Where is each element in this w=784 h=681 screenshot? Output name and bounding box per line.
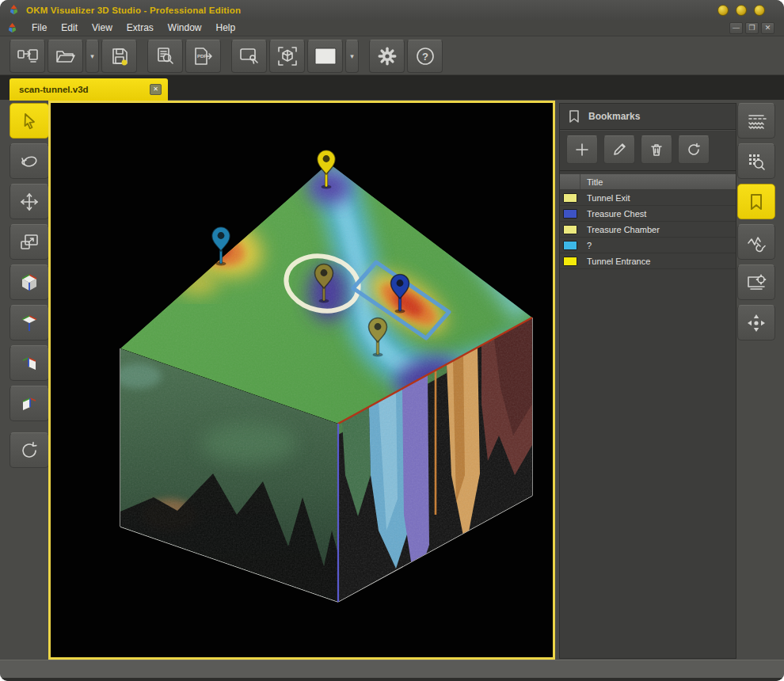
menu-help[interactable]: Help xyxy=(209,21,243,35)
select-tool-button[interactable] xyxy=(10,103,49,139)
help-button[interactable]: ? xyxy=(407,40,443,73)
status-strip xyxy=(0,660,784,678)
settings-button[interactable] xyxy=(369,40,405,73)
bookmarks-header: Bookmarks xyxy=(560,104,736,130)
rotate-tool-button[interactable] xyxy=(10,143,49,179)
report-preview-button[interactable] xyxy=(147,40,183,73)
fit-view-cube-icon xyxy=(277,46,298,67)
bookmark-row[interactable]: ? xyxy=(560,238,736,253)
dropdown-arrow-icon: ▾ xyxy=(350,52,354,60)
plane-side-right-icon xyxy=(19,353,40,374)
bookmark-add-button[interactable] xyxy=(566,135,598,164)
pan-tool-button[interactable] xyxy=(10,184,49,219)
window-minimize-button[interactable] xyxy=(717,5,729,16)
navigate-cross-icon xyxy=(746,313,767,333)
window-maximize-button[interactable] xyxy=(736,5,747,16)
reset-rotation-button[interactable] xyxy=(10,432,49,468)
depth-slices-button[interactable] xyxy=(737,103,775,139)
main-toolbar: ▾ xyxy=(0,37,784,74)
bookmark-row[interactable]: Treasure Chest xyxy=(560,206,736,222)
bookmarks-rail-button[interactable] xyxy=(737,184,775,219)
open-file-dropdown[interactable]: ▾ xyxy=(86,40,99,73)
menu-file[interactable]: File xyxy=(25,21,54,35)
bookmarks-toolbar xyxy=(560,130,736,171)
tab-label: scan-tunnel.v3d xyxy=(19,85,150,94)
grid-search-icon xyxy=(746,151,767,172)
zoom-window-icon xyxy=(19,233,40,252)
bookmark-row[interactable]: Treasure Chamber xyxy=(560,222,736,238)
menu-bar: File Edit View Extras Window Help — ❐ ✕ xyxy=(0,20,784,36)
menu-window[interactable]: Window xyxy=(161,21,209,35)
bookmark-icon xyxy=(568,109,580,124)
app-window: OKM Visualizer 3D Studio - Professional … xyxy=(0,0,784,681)
pan-arrows-icon xyxy=(19,192,40,212)
save-button[interactable] xyxy=(101,40,137,73)
gear-icon xyxy=(377,46,398,67)
reset-rotation-icon xyxy=(19,440,40,461)
import-scan-button[interactable] xyxy=(10,40,45,73)
import-scan-icon xyxy=(17,48,38,65)
pencil-icon xyxy=(611,142,627,158)
bookmark-delete-button[interactable] xyxy=(641,135,672,164)
bookmark-title: Treasure Chamber xyxy=(580,225,660,234)
window-close-button[interactable] xyxy=(754,5,765,16)
save-icon xyxy=(110,47,129,66)
menu-extras[interactable]: Extras xyxy=(120,21,161,35)
right-tool-rail xyxy=(737,103,775,345)
title-bar: OKM Visualizer 3D Studio - Professional … xyxy=(0,0,784,20)
open-file-button[interactable] xyxy=(48,40,83,73)
zoom-tool-button[interactable] xyxy=(10,224,49,260)
open-folder-icon xyxy=(55,48,76,64)
title-column-header[interactable]: Title xyxy=(580,177,603,187)
inspect-values-button[interactable] xyxy=(737,143,775,179)
background-color-dropdown[interactable]: ▾ xyxy=(345,40,359,73)
cursor-icon xyxy=(21,112,38,130)
view-side-left-button[interactable] xyxy=(10,386,49,421)
bookmark-row[interactable]: Tunnel Exit xyxy=(560,190,736,206)
bookmark-color-swatch xyxy=(563,209,577,219)
signal-filter-button[interactable] xyxy=(737,224,775,260)
svg-text:PDF: PDF xyxy=(197,54,207,59)
plus-icon xyxy=(574,142,590,158)
screenshot-button[interactable] xyxy=(231,40,267,73)
fit-view-button[interactable] xyxy=(269,40,305,73)
tab-close-button[interactable]: ✕ xyxy=(150,84,162,95)
help-icon: ? xyxy=(415,46,436,67)
bookmark-edit-button[interactable] xyxy=(603,135,635,164)
export-pdf-button[interactable]: PDF xyxy=(185,40,221,73)
navigator-button[interactable] xyxy=(737,305,775,340)
tab-bar: scan-tunnel.v3d ✕ xyxy=(0,74,784,100)
window-bottom-edge xyxy=(0,678,784,681)
viewport-3d[interactable] xyxy=(48,101,555,660)
tab-scan-tunnel[interactable]: scan-tunnel.v3d ✕ xyxy=(10,78,168,101)
menu-view[interactable]: View xyxy=(85,21,120,35)
signal-wrench-icon xyxy=(746,232,767,253)
dropdown-arrow-icon: ▾ xyxy=(90,52,94,60)
child-restore-button[interactable]: ❐ xyxy=(745,22,759,34)
export-pdf-icon: PDF xyxy=(193,47,214,66)
bookmark-icon xyxy=(748,193,764,211)
bookmark-list-empty-area xyxy=(560,269,736,658)
menu-edit[interactable]: Edit xyxy=(54,21,85,35)
background-color-button[interactable] xyxy=(307,40,343,73)
display-settings-button[interactable] xyxy=(737,264,775,300)
left-tool-rail xyxy=(10,103,49,473)
bookmark-title: ? xyxy=(580,241,592,250)
bookmark-row[interactable]: Tunnel Entrance xyxy=(560,253,736,269)
bookmark-list: Tunnel Exit Treasure Chest Treasure Cham… xyxy=(560,190,736,269)
view-side-right-button[interactable] xyxy=(10,345,49,381)
trash-icon xyxy=(649,142,664,158)
document-logo-icon xyxy=(6,22,18,34)
question-glyph: ? xyxy=(422,51,428,63)
child-minimize-button[interactable]: — xyxy=(729,22,743,34)
view-3d-cube-button[interactable] xyxy=(10,264,49,300)
child-close-button[interactable]: ✕ xyxy=(761,22,774,34)
app-logo-icon xyxy=(8,4,20,16)
3d-scene[interactable] xyxy=(51,103,553,657)
view-top-button[interactable] xyxy=(10,305,49,340)
window-title: OKM Visualizer 3D Studio - Professional … xyxy=(26,6,241,15)
bookmark-table-header: Title xyxy=(560,174,736,190)
report-preview-icon xyxy=(156,47,175,66)
bookmark-color-swatch xyxy=(563,193,577,203)
bookmark-refresh-button[interactable] xyxy=(678,135,710,164)
